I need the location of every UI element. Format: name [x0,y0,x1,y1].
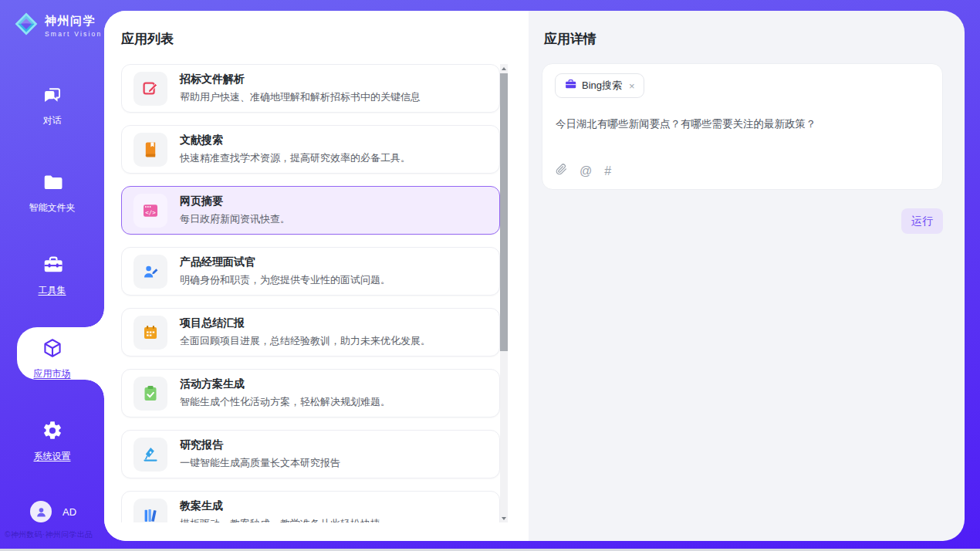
app-name: 产品经理面试官 [180,255,390,269]
app-desc: 模板驱动，教案秒成，教学准备从此轻松快捷 [180,517,380,522]
scroll-up-icon[interactable] [500,64,508,73]
app-desc: 智能生成个性化活动方案，轻松解决规划难题。 [180,395,390,409]
sidebar-item-smart-folder[interactable]: 智能文件夹 [0,171,104,215]
scrollbar-thumb[interactable] [500,73,508,351]
app-list: 招标文件解析 帮助用户快速、准确地理解和解析招标书中的关键信息 文献搜索 [121,64,500,522]
app-name: 项目总结汇报 [180,316,431,330]
user-account[interactable]: AD [30,501,76,522]
app-desc: 帮助用户快速、准确地理解和解析招标书中的关键信息 [180,90,421,104]
app-window: 神州问学 Smart Vision 对话 智能文件夹 [0,0,980,551]
app-name: 网页摘要 [180,194,290,208]
briefcase-icon [564,78,576,93]
sidebar-item-app-market[interactable]: 应用市场 [0,337,104,380]
toolbox-icon [42,254,63,279]
cube-icon [42,337,63,362]
sidebar-item-settings[interactable]: 系统设置 [0,420,104,463]
calendar-icon [133,316,167,350]
brand-logo: 神州问学 Smart Vision [14,12,102,39]
person-icon [35,505,48,519]
interviewer-icon [133,255,167,289]
user-name: AD [63,506,76,518]
app-list-title: 应用列表 [121,30,174,48]
sidebar-item-chat[interactable]: 对话 [0,85,104,127]
tool-tag-bing-search[interactable]: Bing搜索 × [555,73,644,98]
diamond-logo-icon [14,12,39,39]
content-area: 应用列表 招标文件解析 帮助用户快速、准确地理解和解析招标书中的关键信息 [104,11,965,541]
paperclip-icon[interactable] [556,163,567,179]
app-card-project-summary[interactable]: 项目总结汇报 全面回顾项目进展，总结经验教训，助力未来优化发展。 [121,308,500,357]
mention-icon[interactable]: @ [580,165,592,177]
browser-code-icon: </> [133,194,167,228]
sidebar-item-label: 应用市场 [34,367,71,380]
sidebar-item-toolset[interactable]: 工具集 [0,254,104,297]
ink-pen-icon [133,438,167,472]
app-name: 研究报告 [180,438,340,452]
hash-icon[interactable]: # [604,165,611,177]
app-card-pm-interviewer[interactable]: 产品经理面试官 明确身份和职责，为您提供专业性的面试问题。 [121,247,500,296]
sidebar-item-label: 系统设置 [34,450,71,463]
clipboard-check-icon [133,377,167,411]
app-card-web-summary[interactable]: </> 网页摘要 每日政府新闻资讯快查。 [121,186,500,235]
list-scrollbar[interactable] [500,64,508,522]
app-card-research-report[interactable]: 研究报告 一键智能生成高质量长文本研究报告 [121,430,500,478]
app-name: 活动方案生成 [180,377,390,391]
app-card-bid-parse[interactable]: 招标文件解析 帮助用户快速、准确地理解和解析招标书中的关键信息 [121,64,500,113]
sidebar: 神州问学 Smart Vision 对话 智能文件夹 [0,0,104,549]
app-desc: 快速精准查找学术资源，提高研究效率的必备工具。 [180,151,411,165]
scroll-down-icon[interactable] [500,514,508,522]
run-button[interactable]: 运行 [901,208,943,234]
app-desc: 一键智能生成高质量长文本研究报告 [180,456,340,470]
app-card-literature-search[interactable]: 文献搜索 快速精准查找学术资源，提高研究效率的必备工具。 [121,125,500,174]
sidebar-item-label: 工具集 [39,284,66,297]
books-icon [133,499,167,523]
app-name: 招标文件解析 [180,73,421,86]
folder-icon [42,171,63,196]
svg-text:</>: </> [145,208,156,215]
brand-subtitle: Smart Vision [45,30,102,38]
gear-icon [42,420,63,445]
sidebar-item-label: 智能文件夹 [29,201,76,215]
document-edit-icon [133,72,167,106]
copyright-footer: ©神州数码·神州问学出品 [5,529,104,540]
tool-tag-label: Bing搜索 [582,79,622,93]
app-list-panel: 应用列表 招标文件解析 帮助用户快速、准确地理解和解析招标书中的关键信息 [104,11,529,541]
prompt-card: Bing搜索 × 今日湖北有哪些新闻要点？有哪些需要关注的最新政策？ @ # [542,63,943,190]
sidebar-item-label: 对话 [43,114,62,127]
book-icon [133,133,167,167]
query-input[interactable]: 今日湖北有哪些新闻要点？有哪些需要关注的最新政策？ [556,117,924,132]
app-card-event-plan[interactable]: 活动方案生成 智能生成个性化活动方案，轻松解决规划难题。 [121,369,500,417]
app-name: 教案生成 [180,499,380,513]
brand-name: 神州问学 [45,14,102,29]
app-desc: 明确身份和职责，为您提供专业性的面试问题。 [180,273,390,287]
app-desc: 全面回顾项目进展，总结经验教训，助力未来优化发展。 [180,334,431,348]
app-detail-title: 应用详情 [544,30,596,48]
app-card-lesson-plan[interactable]: 教案生成 模板驱动，教案秒成，教学准备从此轻松快捷 [121,491,500,522]
chat-icon [42,85,63,109]
app-name: 文献搜索 [180,134,411,147]
avatar [30,501,52,522]
close-icon[interactable]: × [629,80,635,92]
app-desc: 每日政府新闻资讯快查。 [180,212,290,226]
input-toolbar: @ # [556,163,611,179]
